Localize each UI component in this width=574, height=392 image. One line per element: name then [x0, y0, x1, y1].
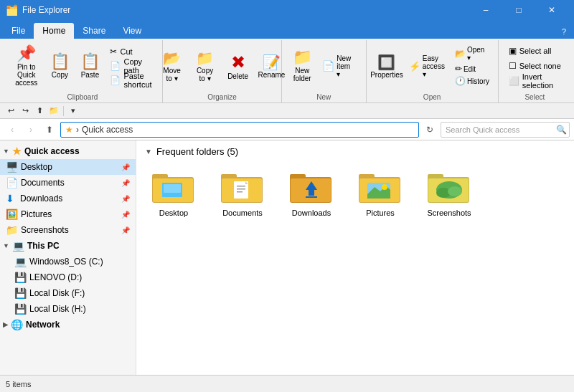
- svg-point-30: [448, 186, 462, 196]
- open-group: 🔲 Properties ⚡ Easy access ▾ 📂 Open ▾ ✏ …: [367, 40, 499, 102]
- pin-to-quick-access-button[interactable]: 📌 Pin to Quickaccess: [9, 44, 44, 87]
- sidebar-item-documents[interactable]: 📄 Documents 📌: [0, 175, 136, 191]
- sidebar-item-local-h[interactable]: 💾 Local Disk (H:): [0, 301, 136, 317]
- new-folder-button[interactable]: 📁 Newfolder: [288, 44, 316, 87]
- screenshots-folder-icon: [426, 168, 472, 206]
- qt-folder-button[interactable]: 📁: [47, 105, 60, 118]
- status-bar: 5 items: [0, 375, 574, 392]
- paste-shortcut-button[interactable]: 📄 Paste shortcut: [105, 73, 156, 87]
- this-pc-icon: 💻: [12, 240, 24, 252]
- quick-toolbar: ↩ ↪ ⬆ 📁 ▾: [0, 103, 574, 119]
- desktop-folder-icon: [151, 168, 197, 206]
- folder-downloads[interactable]: Downloads: [283, 166, 340, 220]
- qt-up-button[interactable]: ⬆: [33, 105, 46, 118]
- this-pc-header[interactable]: ▼ 💻 This PC: [0, 238, 136, 254]
- paste-button[interactable]: 📋 Paste: [75, 44, 104, 87]
- sidebar-item-windows-c[interactable]: 💻 Windows8_OS (C:): [0, 254, 136, 269]
- sidebar-item-pictures[interactable]: 🖼️ Pictures 📌: [0, 206, 136, 222]
- folder-desktop[interactable]: Desktop: [145, 166, 202, 220]
- easy-access-icon: ⚡: [409, 61, 420, 72]
- desktop-icon: 🖥️: [6, 161, 18, 173]
- sidebar-item-lenovo-d[interactable]: 💾 LENOVO (D:): [0, 269, 136, 285]
- new-folder-icon: 📁: [293, 49, 312, 65]
- app-icon: 🗂️: [6, 4, 18, 16]
- folder-pictures[interactable]: Pictures: [352, 166, 409, 220]
- search-icon[interactable]: 🔍: [556, 125, 567, 135]
- history-button[interactable]: 🕐 History: [451, 75, 494, 87]
- network-icon: 🌐: [11, 319, 23, 330]
- tab-home[interactable]: Home: [34, 23, 74, 39]
- title-bar: 🗂️ File Explorer – □ ✕: [0, 0, 574, 20]
- sidebar: ▼ ★ Quick access 🖥️ Desktop 📌 📄 Document…: [0, 140, 136, 375]
- sidebar-item-screenshots[interactable]: 📁 Screenshots 📌: [0, 222, 136, 238]
- edit-button[interactable]: ✏ Edit: [451, 63, 494, 75]
- select-buttons: ▣ Select all ☐ Select none ⬜ Invert sele…: [504, 40, 565, 92]
- close-button[interactable]: ✕: [535, 0, 568, 20]
- new-item-button[interactable]: 📄 New item ▾: [318, 53, 359, 80]
- delete-icon: ✖: [231, 52, 245, 72]
- sidebar-lenovo-d-label: LENOVO (D:): [29, 272, 130, 282]
- tab-file[interactable]: File: [3, 23, 34, 39]
- paste-shortcut-icon: 📄: [110, 75, 121, 85]
- qt-undo-button[interactable]: ↩: [4, 105, 17, 118]
- delete-button[interactable]: ✖ Delete: [222, 51, 254, 82]
- sidebar-item-downloads[interactable]: ⬇ Downloads 📌: [0, 191, 136, 206]
- sidebar-pictures-label: Pictures: [21, 209, 118, 219]
- properties-icon: 🔲: [377, 54, 395, 71]
- copy-button[interactable]: 📋 Copy: [45, 44, 74, 87]
- qt-customize-button[interactable]: ▾: [67, 105, 80, 118]
- maximize-button[interactable]: □: [502, 0, 535, 20]
- local-h-icon: 💾: [14, 303, 27, 315]
- pin-icon: 📌: [17, 46, 36, 62]
- properties-button[interactable]: 🔲 Properties: [370, 54, 403, 79]
- back-button[interactable]: ‹: [4, 122, 20, 138]
- select-all-button[interactable]: ▣ Select all: [504, 44, 565, 58]
- cut-button[interactable]: ✂ Cut: [105, 44, 156, 59]
- minimize-button[interactable]: –: [469, 0, 502, 20]
- qt-redo-button[interactable]: ↪: [19, 105, 32, 118]
- quick-access-header[interactable]: ▼ ★ Quick access: [0, 143, 136, 159]
- invert-icon: ⬜: [509, 76, 519, 86]
- refresh-button[interactable]: ↻: [422, 122, 438, 138]
- rename-icon: 📝: [263, 54, 281, 71]
- forward-button[interactable]: ›: [23, 122, 39, 138]
- sidebar-item-desktop[interactable]: 🖥️ Desktop 📌: [0, 159, 136, 175]
- folder-documents[interactable]: Documents: [214, 166, 271, 220]
- title-bar-text: File Explorer: [22, 5, 469, 15]
- open-main-button[interactable]: 📂 Open ▾: [451, 45, 494, 62]
- search-input[interactable]: Search Quick access: [441, 122, 570, 138]
- documents-folder-label: Documents: [222, 209, 263, 217]
- pin-icon-desktop: 📌: [121, 163, 130, 171]
- window-controls: – □ ✕: [469, 0, 568, 20]
- invert-selection-button[interactable]: ⬜ Invert selection: [504, 74, 565, 88]
- tab-view[interactable]: View: [114, 23, 150, 39]
- tab-share[interactable]: Share: [74, 23, 114, 39]
- network-header[interactable]: ▶ 🌐 Network: [0, 317, 136, 333]
- select-none-icon: ☐: [509, 61, 517, 71]
- downloads-icon: ⬇: [6, 193, 17, 204]
- copy-to-button[interactable]: 📁 Copyto ▾: [189, 48, 221, 84]
- sidebar-local-f-label: Local Disk (F:): [29, 288, 130, 298]
- svg-point-24: [382, 184, 387, 190]
- new-group: 📁 Newfolder 📄 New item ▾ New: [282, 40, 366, 102]
- folder-screenshots[interactable]: Screenshots: [420, 166, 478, 220]
- help-button[interactable]: ?: [557, 24, 571, 39]
- pictures-icon: 🖼️: [6, 209, 18, 220]
- pin-icon-pictures: 📌: [121, 211, 130, 219]
- new-item-icon: 📄: [322, 60, 334, 72]
- desktop-folder-label: Desktop: [159, 209, 188, 217]
- new-buttons: 📁 Newfolder 📄 New item ▾: [288, 40, 359, 92]
- easy-access-button[interactable]: ⚡ Easy access ▾: [405, 53, 449, 80]
- select-none-button[interactable]: ☐ Select none: [504, 59, 565, 73]
- sidebar-screenshots-label: Screenshots: [21, 225, 118, 235]
- pin-icon-documents: 📌: [121, 179, 130, 187]
- select-all-icon: ▣: [509, 46, 517, 56]
- history-icon: 🕐: [455, 76, 466, 86]
- sidebar-item-local-f[interactable]: 💾 Local Disk (F:): [0, 285, 136, 301]
- svg-rect-13: [245, 181, 248, 184]
- copy-path-button[interactable]: 📄 Copy path: [105, 59, 156, 73]
- address-field[interactable]: ★ › Quick access: [60, 122, 419, 138]
- open-buttons: 🔲 Properties ⚡ Easy access ▾ 📂 Open ▾ ✏ …: [370, 40, 494, 92]
- move-to-button[interactable]: 📂 Moveto ▾: [156, 48, 188, 84]
- up-button[interactable]: ⬆: [42, 122, 57, 138]
